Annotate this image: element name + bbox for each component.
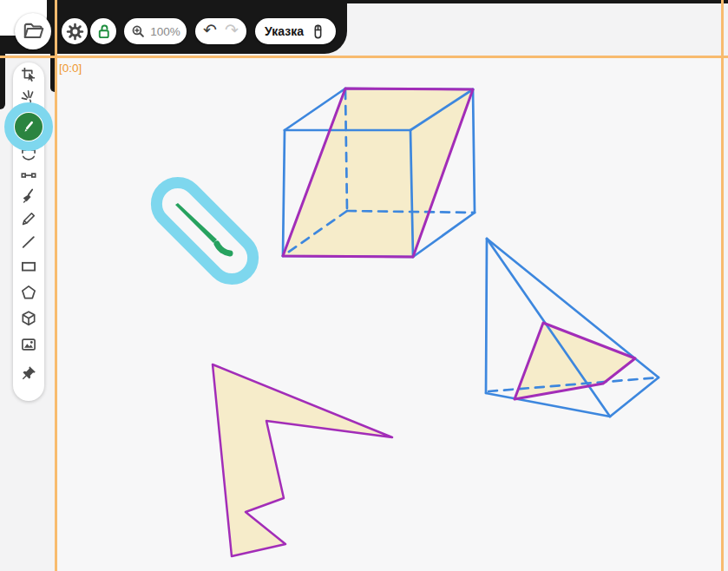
pencil-icon (20, 210, 37, 227)
sidebar-tool-select[interactable] (20, 66, 37, 83)
sidebar-tool-line[interactable] (20, 233, 37, 251)
gear-icon (66, 23, 84, 41)
pointer-mode-button[interactable]: Указка (255, 18, 336, 44)
undo-redo-group: ↶ ↷ (195, 18, 246, 44)
drawing-canvas[interactable] (57, 58, 721, 571)
mouse-icon (310, 23, 326, 40)
magnifier-plus-icon (130, 23, 147, 40)
zoom-control[interactable]: 100% (124, 18, 187, 44)
sidebar-tool-rectangle[interactable] (20, 258, 37, 275)
settings-button[interactable] (62, 18, 88, 44)
canvas-origin-label: [0:0] (59, 62, 82, 75)
zoom-level-value: 100% (150, 25, 180, 38)
image-icon (20, 336, 37, 353)
segment-icon (20, 167, 37, 184)
redo-button[interactable]: ↷ (225, 22, 239, 38)
sidebar-tool-cube[interactable] (20, 310, 37, 327)
select-crop-icon (20, 66, 37, 83)
canvas-top-border (0, 56, 728, 58)
sidebar-tool-image[interactable] (20, 336, 37, 353)
lock-open-icon (95, 23, 113, 41)
broom-icon (20, 187, 37, 205)
pin-icon (20, 364, 37, 382)
cube-icon (20, 310, 37, 327)
canvas-left-border (55, 0, 57, 571)
sidebar-tool-marker[interactable] (15, 113, 43, 141)
open-file-button[interactable] (15, 13, 51, 49)
line-icon (20, 233, 37, 251)
undo-button[interactable]: ↶ (203, 22, 217, 38)
folder-open-icon (22, 20, 44, 43)
lock-button[interactable] (90, 18, 116, 44)
app-window: [0:0] 100% (0, 0, 728, 571)
sidebar-tool-broom[interactable] (20, 187, 37, 205)
sidebar-tool-pencil[interactable] (20, 210, 37, 227)
marker-pen-icon (21, 119, 36, 135)
canvas-right-border (721, 0, 724, 571)
sidebar-tool-pin[interactable] (20, 364, 37, 382)
polygon-icon (20, 284, 37, 301)
sidebar-tool-segment[interactable] (20, 167, 37, 184)
rectangle-icon (20, 258, 37, 275)
pointer-mode-label: Указка (265, 24, 304, 38)
sidebar-tool-polygon[interactable] (20, 284, 37, 301)
